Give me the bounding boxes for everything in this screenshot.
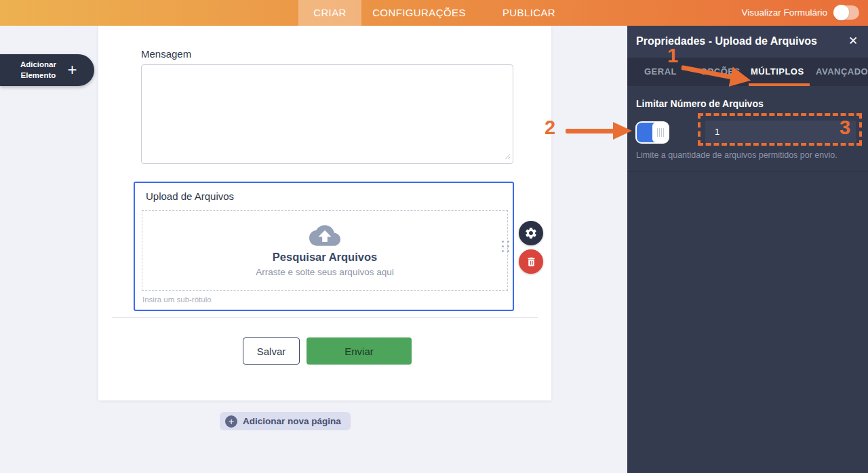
limit-files-label: Limitar Número de Arquivos [636,98,764,109]
tab-criar[interactable]: CRIAR [298,0,361,26]
add-element-label: Adicionar Elemento [17,60,59,81]
limit-helper-text: Limite a quantidade de arquivos permitid… [636,150,860,160]
submit-button[interactable]: Enviar [307,337,412,365]
preview-form-label: Visualizar Formulário [741,0,827,26]
add-page-label: Adicionar nova página [243,416,341,426]
annotation-step-2: 2 [545,118,555,138]
close-icon: ✕ [848,35,858,47]
trash-icon [526,256,537,268]
element-delete-button[interactable] [519,249,543,274]
drag-handle-icon[interactable] [502,241,509,254]
form-builder-app: CRIAR CONFIGURAÇÕES PUBLICAR Visualizar … [0,0,868,473]
element-settings-button[interactable] [519,221,543,245]
tab-multiplos[interactable]: MÚLTIPLOS [751,58,804,86]
drag-drop-hint: Arraste e solte seus arquivos aqui [256,267,393,277]
upload-field[interactable]: Upload de Arquivos Pesquisar Arquivos Ar… [134,182,514,311]
tab-avancado[interactable]: AVANÇADO [816,58,868,86]
message-field-label: Mensagem [141,48,191,60]
sublabel-placeholder[interactable]: Insira um sub-rótulo [142,295,212,304]
properties-panel-title: Propriedades - Upload de Arquivos [636,35,817,47]
tab-publicar[interactable]: PUBLICAR [495,0,563,26]
upload-field-label: Upload de Arquivos [146,190,234,202]
upload-dropzone[interactable]: Pesquisar Arquivos Arraste e solte seus … [142,210,508,291]
page-break-divider [112,317,538,318]
toggle-knob [833,5,849,20]
annotation-highlight-box [698,113,862,146]
annotation-step-1: 1 [667,46,678,66]
browse-files-label: Pesquisar Arquivos [273,251,377,264]
properties-panel: Propriedades - Upload de Arquivos ✕ GERA… [627,26,868,473]
preview-form-toggle[interactable] [833,5,859,20]
properties-panel-header: Propriedades - Upload de Arquivos ✕ [627,26,868,58]
annotation-step-3: 3 [840,118,850,138]
annotation-arrow-2 [566,122,632,140]
plus-icon: + [67,62,77,78]
panel-divider [627,171,868,172]
gear-icon [524,226,538,240]
add-page-button[interactable]: + Adicionar nova página [220,412,351,430]
topbar: CRIAR CONFIGURAÇÕES PUBLICAR Visualizar … [0,0,868,26]
tab-configuracoes[interactable]: CONFIGURAÇÕES [365,0,473,26]
form-canvas-card: Mensagem Upload de Arquivos Pesquisar Ar… [98,26,551,400]
cloud-upload-icon [309,224,340,246]
active-tab-underline [749,83,810,86]
close-button[interactable]: ✕ [846,35,860,48]
toggle-knob [652,123,668,142]
plus-circle-icon: + [225,415,237,428]
save-button[interactable]: Salvar [243,337,300,365]
add-element-button[interactable]: Adicionar Elemento + [0,54,94,86]
limit-files-toggle[interactable] [635,121,669,144]
message-textarea[interactable] [141,64,513,164]
